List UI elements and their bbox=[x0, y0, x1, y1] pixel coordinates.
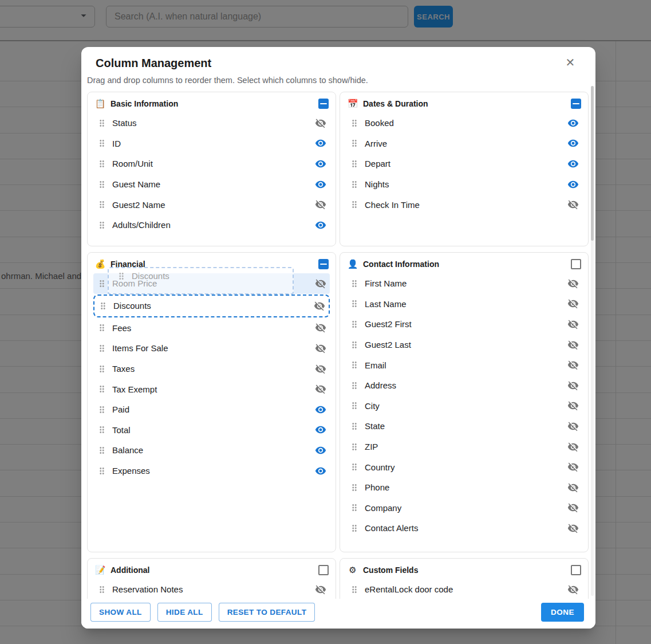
column-item-guest2-name[interactable]: Guest2 Name bbox=[93, 194, 330, 215]
drag-handle-icon[interactable] bbox=[97, 445, 107, 455]
eye-off-icon[interactable] bbox=[567, 380, 579, 391]
drag-handle-icon[interactable] bbox=[97, 405, 107, 415]
drag-handle-icon[interactable] bbox=[349, 482, 360, 493]
drag-handle-icon[interactable] bbox=[349, 118, 360, 128]
column-item-id[interactable]: ID bbox=[93, 133, 330, 154]
column-item-first-name[interactable]: First Name bbox=[346, 273, 582, 294]
drag-handle-icon[interactable] bbox=[97, 466, 107, 476]
drag-handle-icon[interactable] bbox=[349, 159, 360, 169]
column-item-paid[interactable]: Paid bbox=[93, 399, 330, 420]
column-item-arrive[interactable]: Arrive bbox=[346, 133, 582, 154]
column-item-guest2-first[interactable]: Guest2 First bbox=[346, 314, 582, 335]
drag-handle-icon[interactable] bbox=[97, 384, 107, 394]
drag-handle-icon[interactable] bbox=[97, 199, 107, 210]
column-item-address[interactable]: Address bbox=[346, 375, 582, 396]
column-item-status[interactable]: Status bbox=[93, 113, 330, 133]
section-select-checkbox[interactable] bbox=[571, 259, 581, 269]
scrollbar-thumb[interactable] bbox=[591, 86, 594, 241]
eye-off-icon[interactable] bbox=[567, 199, 579, 210]
eye-icon[interactable] bbox=[315, 158, 326, 170]
modal-scrollbar[interactable] bbox=[591, 86, 594, 596]
eye-icon[interactable] bbox=[315, 219, 326, 231]
eye-off-icon[interactable] bbox=[567, 523, 579, 534]
section-select-checkbox[interactable] bbox=[318, 259, 329, 269]
drag-handle-icon[interactable] bbox=[97, 118, 107, 128]
drag-handle-icon[interactable] bbox=[349, 584, 360, 595]
eye-off-icon[interactable] bbox=[315, 383, 326, 395]
column-item-total[interactable]: Total bbox=[93, 420, 330, 441]
eye-off-icon[interactable] bbox=[567, 278, 579, 289]
eye-icon[interactable] bbox=[567, 158, 579, 170]
eye-off-icon[interactable] bbox=[567, 400, 579, 411]
drag-handle-icon[interactable] bbox=[349, 199, 360, 210]
drag-handle-icon[interactable] bbox=[349, 502, 360, 513]
drag-handle-icon[interactable] bbox=[349, 319, 360, 329]
column-item-guest-name[interactable]: Guest Name bbox=[93, 174, 330, 195]
column-item-depart[interactable]: Depart bbox=[346, 154, 582, 174]
drag-handle-icon[interactable] bbox=[349, 523, 360, 533]
drag-handle-icon[interactable] bbox=[97, 179, 107, 190]
column-item-reservation-notes[interactable]: Reservation Notes bbox=[93, 579, 330, 600]
drag-handle-icon[interactable] bbox=[349, 400, 360, 411]
eye-off-icon[interactable] bbox=[567, 359, 579, 371]
drag-handle-icon[interactable] bbox=[349, 299, 360, 309]
column-item-last-name[interactable]: Last Name bbox=[346, 294, 582, 315]
column-item-check-in-time[interactable]: Check In Time bbox=[346, 194, 582, 215]
eye-icon[interactable] bbox=[315, 404, 326, 415]
eye-off-icon[interactable] bbox=[315, 117, 326, 129]
eye-off-icon[interactable] bbox=[315, 584, 326, 595]
done-button[interactable]: DONE bbox=[541, 603, 584, 622]
eye-icon[interactable] bbox=[315, 424, 326, 435]
column-item-nights[interactable]: Nights bbox=[346, 174, 582, 195]
eye-off-icon[interactable] bbox=[567, 461, 579, 473]
column-item-booked[interactable]: Booked bbox=[346, 113, 582, 133]
section-select-checkbox[interactable] bbox=[571, 565, 581, 575]
show-all-button[interactable]: SHOW ALL bbox=[90, 603, 151, 622]
section-select-checkbox[interactable] bbox=[571, 99, 581, 109]
drag-handle-icon[interactable] bbox=[97, 138, 107, 148]
drag-handle-icon[interactable] bbox=[97, 323, 107, 333]
eye-off-icon[interactable] bbox=[315, 278, 326, 289]
eye-icon[interactable] bbox=[567, 117, 579, 129]
drag-handle-icon[interactable] bbox=[349, 278, 360, 289]
eye-icon[interactable] bbox=[567, 179, 579, 190]
column-item-zip[interactable]: ZIP bbox=[346, 437, 582, 457]
drag-handle-icon[interactable] bbox=[98, 301, 108, 311]
column-item-erentallock-door-code[interactable]: eRentalLock door code bbox=[346, 579, 582, 600]
column-item-guest2-last[interactable]: Guest2 Last bbox=[346, 335, 582, 355]
column-item-balance[interactable]: Balance bbox=[93, 440, 330, 461]
hide-all-button[interactable]: HIDE ALL bbox=[157, 603, 212, 622]
close-icon[interactable]: ✕ bbox=[562, 54, 578, 70]
drag-handle-icon[interactable] bbox=[349, 380, 360, 391]
eye-off-icon[interactable] bbox=[567, 421, 579, 432]
column-item-fees[interactable]: Fees bbox=[93, 318, 330, 339]
eye-icon[interactable] bbox=[315, 445, 326, 456]
column-item-room-unit[interactable]: Room/Unit bbox=[93, 154, 330, 174]
eye-off-icon[interactable] bbox=[567, 482, 579, 493]
column-item-company[interactable]: Company bbox=[346, 498, 582, 519]
section-select-checkbox[interactable] bbox=[318, 99, 329, 109]
drag-handle-icon[interactable] bbox=[349, 360, 360, 370]
column-item-email[interactable]: Email bbox=[346, 355, 582, 375]
column-item-state[interactable]: State bbox=[346, 416, 582, 437]
drag-handle-icon[interactable] bbox=[97, 425, 107, 435]
column-item-items-for-sale[interactable]: Items For Sale bbox=[93, 338, 330, 359]
eye-off-icon[interactable] bbox=[315, 322, 326, 333]
eye-off-icon[interactable] bbox=[567, 584, 579, 595]
drag-handle-icon[interactable] bbox=[97, 159, 107, 169]
drag-handle-icon[interactable] bbox=[349, 340, 360, 350]
column-item-taxes[interactable]: Taxes bbox=[93, 359, 330, 379]
eye-off-icon[interactable] bbox=[567, 502, 579, 513]
drag-handle-icon[interactable] bbox=[97, 220, 107, 230]
eye-off-icon[interactable] bbox=[567, 319, 579, 330]
drag-handle-icon[interactable] bbox=[349, 442, 360, 452]
drag-handle-icon[interactable] bbox=[349, 179, 360, 190]
column-item-discounts[interactable]: Discounts bbox=[93, 294, 330, 317]
column-item-expenses[interactable]: Expenses bbox=[93, 461, 330, 481]
eye-off-icon[interactable] bbox=[315, 343, 326, 354]
drag-handle-icon[interactable] bbox=[97, 584, 107, 595]
reset-to-default-button[interactable]: RESET TO DEFAULT bbox=[219, 603, 315, 622]
eye-off-icon[interactable] bbox=[314, 300, 325, 312]
eye-off-icon[interactable] bbox=[567, 339, 579, 351]
drag-handle-icon[interactable] bbox=[97, 364, 107, 374]
